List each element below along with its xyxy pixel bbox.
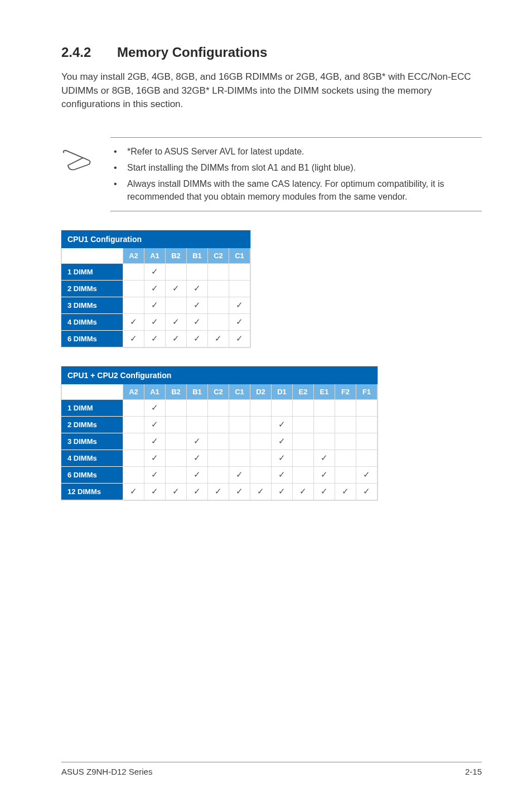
table-cell: ✓ (356, 483, 378, 500)
table-cell (208, 433, 229, 450)
table-cell: ✓ (229, 466, 250, 483)
table-cell (208, 280, 229, 297)
table-cell (314, 399, 335, 416)
table-cell: ✓ (144, 483, 166, 500)
table-title: CPU1 Configuration (62, 230, 250, 248)
table-col-header: A2 (123, 384, 144, 399)
table-col-header: E2 (293, 384, 314, 399)
table-cell (208, 297, 229, 313)
table-cell (166, 297, 187, 313)
table-cell: ✓ (144, 399, 166, 416)
table-cell (314, 433, 335, 450)
table-cell: ✓ (187, 297, 208, 313)
table-cell (335, 466, 356, 483)
table-col-header: B2 (166, 248, 187, 263)
table-cell (123, 263, 144, 280)
table-col-header: A2 (123, 248, 144, 263)
table-cell (166, 399, 187, 416)
table-cell (208, 399, 229, 416)
table-col-header: E1 (314, 384, 335, 399)
footer-product: ASUS Z9NH-D12 Series (61, 767, 152, 776)
table-cell: ✓ (272, 450, 293, 466)
table-cell (208, 466, 229, 483)
table-cell (250, 466, 272, 483)
table-cell: ✓ (166, 313, 187, 330)
table-cell: ✓ (187, 466, 208, 483)
table-cell (356, 416, 378, 433)
note-paperclip-icon (61, 137, 94, 173)
cpu1-cpu2-config-table: CPU1 + CPU2 ConfigurationA2A1B2B1C2C1D2D… (61, 366, 378, 500)
table-col-header: C2 (208, 248, 229, 263)
table-cell (229, 263, 250, 280)
table-cell: ✓ (187, 433, 208, 450)
table-row-label: 6 DIMMs (62, 330, 123, 347)
table-cell: ✓ (144, 450, 166, 466)
table-cell: ✓ (166, 280, 187, 297)
table-row-label: 4 DIMMs (62, 313, 123, 330)
table-cell: ✓ (144, 416, 166, 433)
table-corner (62, 248, 123, 263)
table-cell (123, 280, 144, 297)
table-row-label: 2 DIMMs (62, 280, 123, 297)
table-row-label: 6 DIMMs (62, 466, 123, 483)
table-cell (335, 399, 356, 416)
table-cell (187, 399, 208, 416)
table-cell: ✓ (314, 483, 335, 500)
table-cell: ✓ (144, 297, 166, 313)
table-cell (293, 416, 314, 433)
note-item: Start installing the DIMMs from slot A1 … (110, 160, 482, 176)
table-cell: ✓ (250, 483, 272, 500)
table-cell (208, 450, 229, 466)
table-cell: ✓ (144, 280, 166, 297)
table-cell (229, 280, 250, 297)
footer-page-number: 2-15 (465, 767, 482, 776)
section-number: 2.4.2 (61, 45, 117, 60)
table-cell (250, 433, 272, 450)
table-col-header: C2 (208, 384, 229, 399)
table-cell: ✓ (208, 483, 229, 500)
table-cell (250, 450, 272, 466)
table-col-header: A1 (144, 248, 166, 263)
table-row-label: 1 DIMM (62, 399, 123, 416)
table-cell (166, 263, 187, 280)
table-cell: ✓ (229, 313, 250, 330)
table-row-label: 4 DIMMs (62, 450, 123, 466)
table-row-label: 3 DIMMs (62, 297, 123, 313)
table-cell (293, 466, 314, 483)
table-col-header: C1 (229, 248, 250, 263)
table-row-label: 1 DIMM (62, 263, 123, 280)
table-title: CPU1 + CPU2 Configuration (62, 366, 378, 384)
table-cell (208, 263, 229, 280)
table-cell (187, 263, 208, 280)
table-cell: ✓ (187, 450, 208, 466)
table-cell: ✓ (356, 466, 378, 483)
table-cell: ✓ (144, 313, 166, 330)
table-cell: ✓ (208, 330, 229, 347)
table-cell (335, 433, 356, 450)
table-cell (187, 416, 208, 433)
note-block: *Refer to ASUS Server AVL for latest upd… (61, 137, 482, 211)
table-cell (314, 416, 335, 433)
table-cell (166, 466, 187, 483)
table-cell (356, 433, 378, 450)
table-col-header: B1 (187, 248, 208, 263)
table-cell: ✓ (229, 297, 250, 313)
table-cell: ✓ (144, 466, 166, 483)
table-cell: ✓ (187, 330, 208, 347)
table-col-header: B2 (166, 384, 187, 399)
table-cell (229, 399, 250, 416)
table-cell (293, 399, 314, 416)
table-cell: ✓ (229, 483, 250, 500)
table-cell (166, 433, 187, 450)
table-cell: ✓ (229, 330, 250, 347)
table-col-header: D1 (272, 384, 293, 399)
table-cell (250, 416, 272, 433)
table-cell: ✓ (187, 280, 208, 297)
table-cell (123, 450, 144, 466)
table-col-header: A1 (144, 384, 166, 399)
table-cell: ✓ (123, 483, 144, 500)
table-col-header: F2 (335, 384, 356, 399)
table-cell: ✓ (166, 330, 187, 347)
table-cell (250, 399, 272, 416)
table-cell: ✓ (144, 330, 166, 347)
